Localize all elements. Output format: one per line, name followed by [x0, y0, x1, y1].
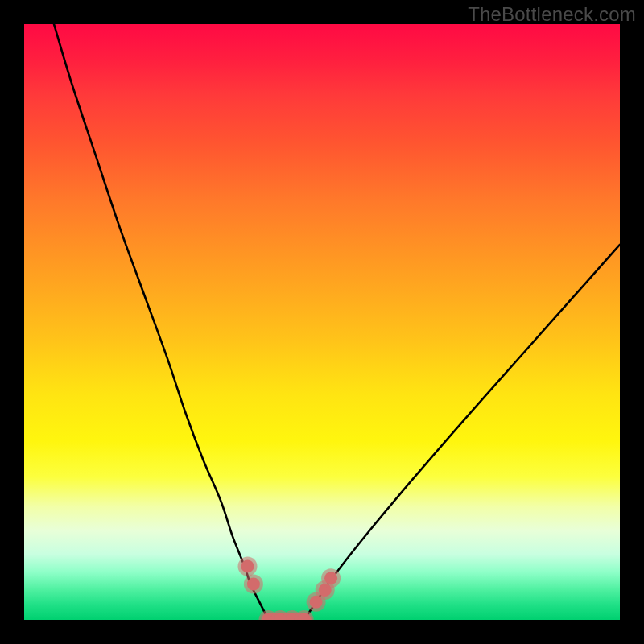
plot-area	[24, 24, 620, 620]
marker-dot	[324, 572, 337, 584]
curve-layer	[24, 24, 620, 620]
marker-dot	[242, 559, 254, 572]
chart-frame: TheBottleneck.com	[0, 0, 644, 644]
marker-dot	[247, 578, 260, 591]
series-left-branch	[54, 24, 268, 620]
highlight-markers	[238, 556, 341, 620]
series-right-branch	[304, 245, 620, 620]
bottleneck-curve	[54, 24, 620, 620]
watermark-text: TheBottleneck.com	[468, 3, 636, 26]
